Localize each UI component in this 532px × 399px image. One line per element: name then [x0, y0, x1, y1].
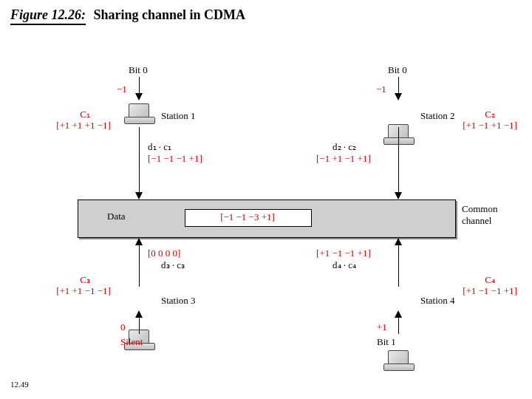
- page-number: 12.49: [10, 380, 29, 389]
- s1-prod-label: d₁ · c₁: [148, 142, 171, 152]
- s2-bit-value: −1: [376, 84, 386, 95]
- s1-code: [+1 +1 +1 −1]: [46, 120, 121, 131]
- s4-chan-arrow: [395, 238, 402, 245]
- common-label-1: Common: [462, 204, 497, 214]
- s2-prod: [−1 +1 −1 +1]: [316, 154, 371, 164]
- figure-text: Sharing channel in CDMA: [94, 7, 246, 22]
- s2-chan-line: [398, 127, 399, 192]
- s3-prod-label: d₃ · c₃: [161, 260, 185, 270]
- s2-code: [+1 −1 +1 −1]: [452, 120, 528, 131]
- s4-name: Station 4: [420, 296, 455, 306]
- laptop-icon: [124, 103, 154, 124]
- s4-bit-label: +1: [377, 322, 387, 332]
- s4-prod: [+1 −1 −1 +1]: [316, 248, 371, 259]
- s2-chan-arrow: [395, 192, 402, 200]
- s3-name: Station 3: [161, 296, 196, 306]
- s1-bit-line: [139, 77, 140, 93]
- s4-chan-line: [398, 245, 399, 287]
- s3-bit-label: 0: [120, 322, 126, 332]
- s1-chan-arrow: [135, 192, 143, 200]
- s4-code-name: C₄: [464, 275, 516, 285]
- s4-code: [+1 −1 −1 +1]: [452, 286, 528, 296]
- s1-bit-label: Bit 0: [129, 65, 148, 75]
- s2-code-name: C₂: [464, 109, 516, 120]
- s3-prod: [0 0 0 0]: [148, 248, 180, 259]
- s4-bit-arrow: [395, 310, 402, 318]
- s3-bit-arrow: [135, 310, 143, 318]
- laptop-icon: [383, 350, 413, 371]
- common-label-2: channel: [462, 216, 491, 226]
- s1-bit-value: −1: [117, 84, 127, 95]
- s4-bit-line: [398, 318, 399, 334]
- figure-title: Figure 12.26: Sharing channel in CDMA: [10, 7, 245, 25]
- s2-name: Station 2: [420, 111, 455, 121]
- data-value: [−1 −1 −3 +1]: [185, 212, 310, 222]
- s1-prod: [−1 −1 −1 +1]: [148, 154, 202, 164]
- s1-name: Station 1: [161, 111, 196, 121]
- s2-bit-line: [398, 77, 399, 93]
- s2-prod-label: d₂ · c₂: [332, 142, 356, 152]
- s3-chan-arrow: [135, 238, 143, 245]
- s3-bit-note: Silent: [120, 337, 143, 347]
- s3-chan-line: [139, 245, 140, 287]
- s2-bit-arrow: [395, 93, 402, 100]
- s4-bit-note: Bit 1: [377, 337, 396, 347]
- s1-chan-line: [139, 127, 140, 192]
- s4-prod-label: d₄ · c₄: [332, 260, 356, 270]
- s3-code-name: C₃: [59, 275, 111, 285]
- s3-bit-line: [139, 318, 140, 334]
- s1-code-name: C₁: [59, 109, 111, 120]
- s3-code: [+1 +1 −1 −1]: [46, 286, 121, 296]
- figure-number: Figure 12.26:: [10, 7, 86, 25]
- s1-bit-arrow: [135, 93, 143, 100]
- s2-bit-label: Bit 0: [388, 65, 407, 75]
- data-label: Data: [107, 211, 126, 222]
